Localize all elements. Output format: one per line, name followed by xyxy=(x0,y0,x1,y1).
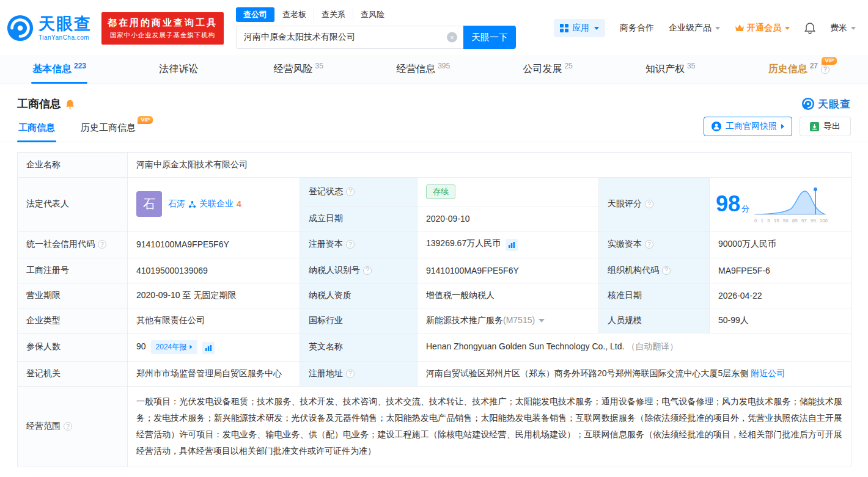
notification-bell-icon[interactable] xyxy=(804,22,815,34)
subtab-business-info[interactable]: 工商信息 xyxy=(17,116,56,142)
chevron-down-icon xyxy=(715,27,720,30)
business-cooperation-label: 商务合作 xyxy=(620,23,654,34)
help-icon[interactable]: ? xyxy=(645,200,653,208)
open-vip-link[interactable]: 开通会员 xyxy=(735,23,790,34)
legal-rep-avatar[interactable]: 石 xyxy=(136,191,162,217)
help-icon[interactable]: ? xyxy=(64,422,72,431)
capital-analysis-icon[interactable] xyxy=(506,239,518,251)
search-button[interactable]: 天眼一下 xyxy=(463,26,516,49)
snapshot-label: 工商官网快照 xyxy=(726,121,777,132)
user-name: 费米 xyxy=(830,23,847,34)
nearby-companies-link[interactable]: 附近公司 xyxy=(751,368,785,378)
tab-count: 35 xyxy=(687,62,695,70)
subtab-label: 工商信息 xyxy=(18,122,55,133)
chevron-down-icon xyxy=(594,27,599,30)
credit-code-value: 91410100MA9FPE5F6Y xyxy=(128,231,300,258)
help-icon[interactable]: ? xyxy=(98,240,106,249)
logo-title: 天眼查 xyxy=(39,16,92,32)
staff-size-value: 50-99人 xyxy=(710,308,851,333)
vip-badge: VIP xyxy=(822,57,837,65)
table-row-business-term: 营业期限 2020-09-10 至 无固定期限 纳税人资质 增值税一般纳税人 核… xyxy=(18,283,851,308)
help-icon[interactable]: ? xyxy=(346,240,355,249)
company-type-label: 企业类型 xyxy=(18,308,128,333)
annual-report-badge[interactable]: 2024年报 xyxy=(151,340,198,354)
tab-history-info[interactable]: VIP 历史信息 27 ? xyxy=(763,55,834,84)
table-row-registry: 登记机关 郑州市市场监督管理局自贸区服务中心 注册地址? 河南自贸试验区郑州片区… xyxy=(18,361,851,386)
promo-banner: 都在用的商业查询工具 国家中小企业发展子基金旗下机构 xyxy=(101,12,224,45)
table-tools: 工商官网快照 导出 xyxy=(704,117,851,142)
business-term-label: 营业期限 xyxy=(18,283,128,308)
legal-rep-link[interactable]: 石涛 xyxy=(168,198,185,209)
search-tab-company[interactable]: 查公司 xyxy=(236,7,274,22)
section-title: 工商信息 xyxy=(17,96,61,111)
tianyancha-logo[interactable]: 天眼查 TianYanCha.com xyxy=(6,14,92,42)
score-label: 天眼评分? xyxy=(599,178,710,231)
help-icon[interactable]: ? xyxy=(346,370,355,378)
tab-intellectual-property[interactable]: 知识产权 35 xyxy=(641,55,700,84)
apps-grid-icon xyxy=(560,24,568,32)
business-cooperation-link[interactable]: 商务合作 xyxy=(620,23,654,34)
subtab-history-business-info[interactable]: 历史工商信息 VIP xyxy=(79,116,137,142)
tab-legal-proceedings[interactable]: 法律诉讼 xyxy=(154,55,205,84)
registry-value: 郑州市市场监督管理局自贸区服务中心 xyxy=(128,361,300,386)
chevron-down-icon xyxy=(785,27,790,30)
search-tabs: 查公司 查老板 查关系 查风险 xyxy=(236,7,516,22)
search-tab-risk[interactable]: 查风险 xyxy=(353,7,392,22)
help-icon[interactable]: ? xyxy=(821,65,829,74)
search-row: × 天眼一下 xyxy=(236,26,516,49)
help-icon[interactable]: ? xyxy=(645,240,653,249)
industry-value[interactable]: 新能源技术推广服务(M7515) xyxy=(417,308,599,333)
tab-count: 35 xyxy=(315,62,323,70)
search-tab-boss[interactable]: 查老板 xyxy=(274,7,314,22)
search-input[interactable] xyxy=(236,26,463,49)
subscribe-bell-icon[interactable] xyxy=(65,99,75,109)
tab-label: 公司发展 xyxy=(523,63,562,76)
logo-text: 天眼查 TianYanCha.com xyxy=(39,16,92,41)
related-companies-count: 4 xyxy=(237,199,241,209)
tab-business-info[interactable]: 经营信息 395 xyxy=(391,55,455,84)
tab-basic-info[interactable]: 基本信息 223 xyxy=(28,55,91,84)
official-snapshot-button[interactable]: 工商官网快照 xyxy=(704,117,792,136)
help-icon[interactable]: ? xyxy=(363,266,372,275)
user-menu[interactable]: 费米 xyxy=(830,23,856,34)
person-badge-icon xyxy=(712,122,721,131)
enterprise-product-link[interactable]: 企业级产品 xyxy=(669,23,720,34)
table-row-credit-code: 统一社会信用代码? 91410100MA9FPE5F6Y 注册资本? 13926… xyxy=(18,231,851,258)
reg-status-label: 登记状态? xyxy=(300,178,417,206)
company-type-value: 其他有限责任公司 xyxy=(128,308,300,333)
help-icon[interactable]: ? xyxy=(346,188,355,196)
taxpayer-quality-value: 增值税一般纳税人 xyxy=(417,283,599,308)
apps-label: 应用 xyxy=(572,23,589,34)
score-cell[interactable]: 98分 0151550859799100 xyxy=(710,178,851,231)
clear-input-icon[interactable]: × xyxy=(447,32,457,43)
tab-count: 27 xyxy=(810,62,818,70)
taxpayer-id-label: 纳税人识别号? xyxy=(300,258,417,283)
search-input-wrap: × xyxy=(236,26,463,49)
reg-capital-label: 注册资本? xyxy=(300,231,417,258)
industry-label: 国标行业 xyxy=(300,308,417,333)
tab-business-risk[interactable]: 经营风险 35 xyxy=(269,55,328,84)
apps-button[interactable]: 应用 xyxy=(554,19,605,37)
subtab-row: 工商信息 历史工商信息 VIP 工商官网快照 导出 xyxy=(0,114,868,142)
related-companies-link[interactable]: 关联企业 xyxy=(199,198,234,209)
table-row-company-name: 企业名称 河南中原金太阳技术有限公司 xyxy=(18,153,851,178)
table-row-reg-number: 工商注册号 410195000139069 纳税人识别号? 91410100MA… xyxy=(18,258,851,283)
search-block: 查公司 查老板 查关系 查风险 × 天眼一下 xyxy=(236,7,516,49)
company-name-value: 河南中原金太阳技术有限公司 xyxy=(128,153,851,178)
score-axis-labels: 0151550859799100 xyxy=(754,218,828,224)
tab-company-development[interactable]: 公司发展 25 xyxy=(518,55,577,84)
staff-analysis-icon[interactable] xyxy=(202,342,215,354)
english-name-value: Henan Zhongyuan Golden Sun Technology Co… xyxy=(417,333,851,361)
export-button[interactable]: 导出 xyxy=(800,117,851,136)
help-icon[interactable]: ? xyxy=(662,266,671,275)
tianyancha-mini-icon xyxy=(801,97,815,111)
paid-capital-value: 90000万人民币 xyxy=(710,231,851,258)
search-tab-relation[interactable]: 查关系 xyxy=(314,7,353,22)
score-number: 98分 xyxy=(716,191,749,217)
promo-banner-line1: 都在用的商业查询工具 xyxy=(108,17,218,29)
subtabs: 工商信息 历史工商信息 VIP xyxy=(17,116,137,142)
status-badge: 存续 xyxy=(426,184,455,199)
arrow-right-icon xyxy=(190,345,193,349)
promo-banner-line2: 国家中小企业发展子基金旗下机构 xyxy=(108,31,218,40)
company-tab-bar: 基本信息 223 法律诉讼 经营风险 35 经营信息 395 公司发展 25 知… xyxy=(0,55,868,84)
